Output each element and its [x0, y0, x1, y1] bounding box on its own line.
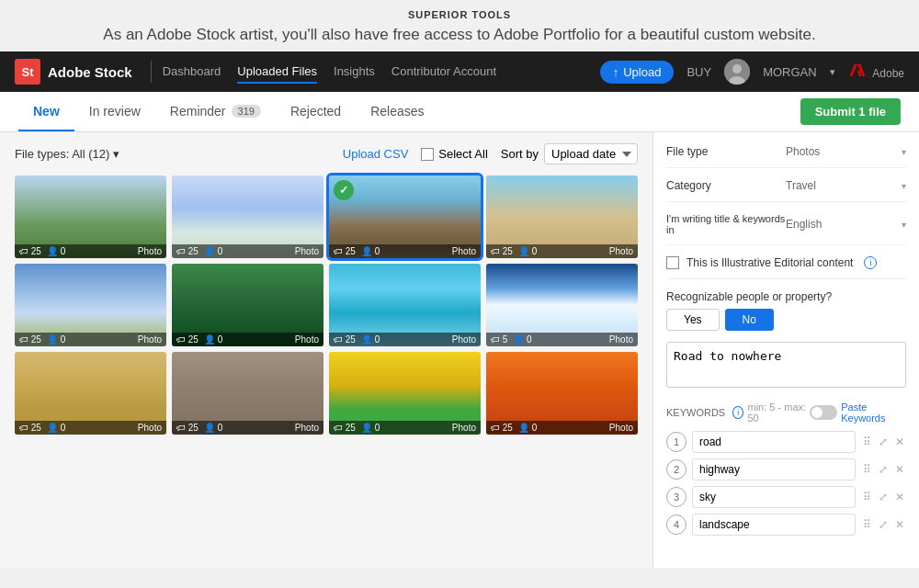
keyword-num-4: 4: [666, 514, 686, 535]
image-cell[interactable]: 🏷 25👤 0 Photo: [486, 352, 638, 435]
image-cell[interactable]: 🏷 25👤 0 Photo: [172, 175, 323, 258]
file-type-dropdown[interactable]: Photos ▾: [786, 145, 906, 158]
file-type-value: Photos: [786, 145, 902, 158]
editorial-checkbox[interactable]: [666, 256, 679, 269]
drag-icon[interactable]: ⠿: [861, 516, 873, 533]
image-cell-selected[interactable]: ✓ 🏷 25👤 0 Photo: [329, 175, 481, 258]
expand-icon[interactable]: ⤢: [877, 516, 890, 533]
tab-rejected[interactable]: Rejected: [276, 93, 356, 131]
file-type-label: File type: [666, 145, 786, 158]
no-button[interactable]: No: [725, 309, 774, 331]
toolbar-right: Upload CSV Select All Sort by Upload dat…: [343, 143, 638, 164]
img-meta: 🏷 25👤 0 Photo: [329, 421, 481, 435]
info-icon[interactable]: i: [864, 256, 877, 269]
tabs-area: New In review Reminder 319 Rejected Rele…: [0, 92, 919, 132]
keyword-num-2: 2: [666, 459, 686, 480]
remove-icon[interactable]: ✕: [893, 461, 906, 478]
keyword-input-4[interactable]: [692, 514, 856, 536]
keyword-num-1: 1: [666, 432, 686, 452]
submit-button[interactable]: Submit 1 file: [800, 98, 901, 125]
img-meta: 🏷 25👤 0 Photo: [15, 244, 166, 258]
keyword-row-3: 3 ⠿ ⤢ ✕: [666, 486, 906, 508]
category-row: Category Travel ▾: [666, 179, 906, 202]
chevron-down-icon: ▾: [902, 220, 906, 230]
select-all-label[interactable]: Select All: [421, 147, 487, 161]
keyword-icons: ⠿ ⤢ ✕: [861, 516, 906, 533]
keyword-input-3[interactable]: [692, 486, 856, 508]
img-meta: 🏷 25👤 0 Photo: [172, 244, 323, 258]
user-name[interactable]: MORGAN: [763, 65, 817, 79]
keywords-info-icon[interactable]: i: [732, 406, 743, 419]
img-meta: 🏷 25👤 0 Photo: [172, 421, 323, 435]
file-types-filter[interactable]: File types: All (12) ▾: [15, 147, 119, 161]
yn-buttons: Yes No: [666, 309, 906, 331]
recognizable-row: Recognizable people or property? Yes No: [666, 290, 906, 331]
image-cell[interactable]: 🏷 25👤 0 Photo: [15, 352, 166, 435]
tab-in-review[interactable]: In review: [74, 93, 155, 131]
drag-icon[interactable]: ⠿: [861, 489, 873, 505]
image-cell[interactable]: 🏷 25👤 0 Photo: [172, 264, 323, 346]
keyword-row-1: 1 ⠿ ⤢ ✕: [666, 431, 906, 453]
remove-icon[interactable]: ✕: [893, 489, 906, 505]
image-cell[interactable]: 🏷 25👤 0 Photo: [329, 264, 481, 346]
remove-icon[interactable]: ✕: [893, 516, 906, 533]
img-meta: 🏷 25👤 0 Photo: [329, 244, 481, 258]
keyword-input-2[interactable]: [692, 458, 856, 481]
keyword-icons: ⠿ ⤢ ✕: [861, 461, 906, 478]
img-meta: 🏷 25👤 0 Photo: [486, 421, 638, 435]
category-dropdown[interactable]: Travel ▾: [786, 179, 906, 192]
chevron-down-icon: ▾: [902, 181, 906, 191]
file-panel: File types: All (12) ▾ Upload CSV Select…: [0, 132, 652, 568]
adobe-logo: Adobe: [848, 63, 904, 80]
image-cell[interactable]: 🏷 25👤 0 Photo: [15, 264, 166, 346]
check-mark-icon: ✓: [334, 180, 354, 200]
image-cell[interactable]: 🏷 25👤 0 Photo: [486, 175, 638, 258]
expand-icon[interactable]: ⤢: [877, 461, 890, 478]
sort-select[interactable]: Upload date: [544, 143, 638, 164]
language-row: I'm writing title & keywords in English …: [666, 213, 906, 245]
recognizable-label: Recognizable people or property?: [666, 290, 906, 303]
nav-links: Dashboard Uploaded Files Insights Contri…: [163, 61, 600, 84]
top-banner: SUPERIOR TOOLS As an Adobe Stock artist,…: [0, 0, 919, 51]
keyword-input-1[interactable]: [692, 431, 856, 453]
nav-contributor-account[interactable]: Contributor Account: [391, 61, 496, 84]
select-all-checkbox[interactable]: [421, 148, 434, 161]
editorial-label: This is Illustrative Editorial content: [686, 256, 853, 269]
expand-icon[interactable]: ⤢: [877, 489, 890, 505]
tab-reminder[interactable]: Reminder 319: [155, 93, 276, 131]
image-cell[interactable]: 🏷 25👤 0 Photo: [15, 175, 166, 258]
nav-dashboard[interactable]: Dashboard: [163, 61, 221, 84]
title-input[interactable]: Road to nowhere: [666, 342, 906, 388]
image-cell[interactable]: 🏷 25👤 0 Photo: [329, 352, 481, 435]
navbar: St Adobe Stock Dashboard Uploaded Files …: [0, 51, 919, 92]
drag-icon[interactable]: ⠿: [861, 434, 873, 450]
image-grid: 🏷 25👤 0 Photo 🏷 25👤 0 Photo ✓ 🏷 25👤 0 Ph…: [15, 175, 638, 435]
paste-keywords-button[interactable]: Paste Keywords: [810, 401, 906, 424]
chevron-down-icon: ▾: [830, 66, 835, 78]
expand-icon[interactable]: ⤢: [877, 434, 890, 450]
img-meta: 🏷 25👤 0 Photo: [329, 333, 481, 346]
tab-new[interactable]: New: [18, 93, 74, 131]
upload-button[interactable]: Upload: [600, 61, 675, 84]
chevron-down-icon: ▾: [902, 147, 906, 157]
yes-button[interactable]: Yes: [666, 309, 720, 331]
image-cell[interactable]: 🏷 25👤 0 Photo: [172, 352, 323, 435]
nav-insights[interactable]: Insights: [334, 61, 375, 84]
main-content: File types: All (12) ▾ Upload CSV Select…: [0, 132, 919, 568]
image-cell[interactable]: 🏷 5👤 0 Photo: [486, 264, 638, 346]
keyword-icons: ⠿ ⤢ ✕: [861, 434, 906, 450]
app-name: Adobe Stock: [48, 64, 132, 80]
lang-dropdown[interactable]: English ▾: [786, 218, 906, 231]
nav-uploaded-files[interactable]: Uploaded Files: [237, 61, 317, 84]
drag-icon[interactable]: ⠿: [861, 461, 873, 478]
tab-releases[interactable]: Releases: [356, 93, 438, 131]
upload-csv-link[interactable]: Upload CSV: [343, 147, 409, 161]
remove-icon[interactable]: ✕: [893, 434, 906, 450]
keyword-num-3: 3: [666, 487, 686, 507]
reminder-badge: 319: [232, 105, 261, 118]
category-value: Travel: [786, 179, 902, 192]
buy-link[interactable]: BUY: [686, 65, 711, 79]
lang-label: I'm writing title & keywords in: [666, 213, 786, 235]
brand-title: SUPERIOR TOOLS: [18, 9, 901, 20]
nav-divider: [151, 61, 152, 83]
